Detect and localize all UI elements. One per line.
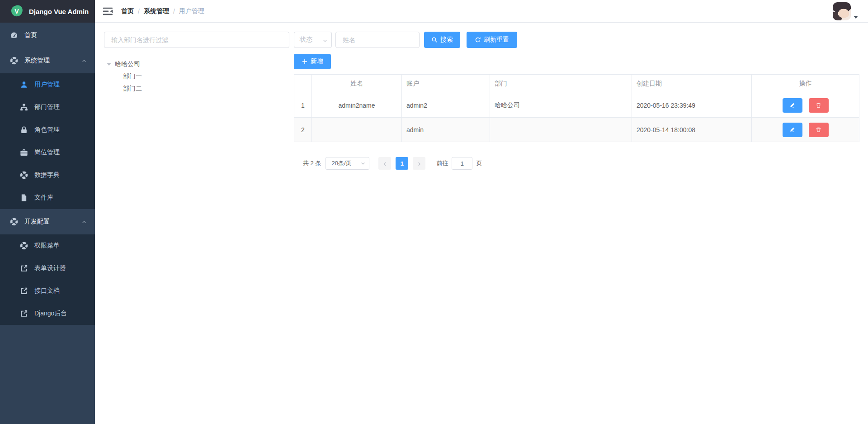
edit-button[interactable] — [783, 123, 802, 137]
department-tree: 哈哈公司 部门一 部门二 — [104, 58, 289, 95]
lock-icon — [20, 126, 28, 134]
goto-page-suffix: 页 — [476, 159, 482, 167]
briefcase-icon — [20, 148, 28, 157]
avatar[interactable] — [833, 2, 851, 20]
users-panel: 状态 搜索 — [294, 32, 859, 170]
chevron-up-icon — [81, 58, 87, 63]
pagination: 共 2 条 20条/页 1 — [303, 157, 859, 170]
sidebar-group-dev[interactable]: 开发配置 — [0, 209, 95, 234]
sidebar-item-label: 权限菜单 — [34, 242, 60, 250]
sidebar-toggle-button[interactable] — [103, 7, 113, 16]
sidebar-item-dictionary[interactable]: 数据字典 — [0, 164, 95, 186]
name-filter-input[interactable] — [335, 32, 420, 48]
sidebar-item-departments[interactable]: 部门管理 — [0, 96, 95, 119]
sidebar-item-label: 表单设计器 — [34, 264, 66, 272]
edit-icon — [789, 127, 795, 133]
chevron-up-icon — [81, 219, 87, 224]
sidebar-submenu-system: 用户管理 部门管理 角色管理 — [0, 73, 95, 209]
tree-node-dept2[interactable]: 部门二 — [104, 82, 289, 95]
sidebar: V Django Vue Admin 首页 系统管理 — [0, 0, 95, 424]
trash-icon — [816, 127, 821, 133]
department-filter-input[interactable] — [104, 32, 289, 48]
delete-button[interactable] — [809, 123, 829, 137]
sidebar-item-label: 首页 — [24, 31, 37, 39]
dashboard-icon — [10, 31, 18, 39]
add-button-label: 新增 — [311, 57, 323, 66]
status-select-value: 状态 — [300, 36, 312, 44]
column-header-name: 姓名 — [312, 75, 402, 93]
table-header-row: 姓名 账户 部门 创建日期 操作 — [294, 75, 859, 93]
org-tree-icon — [20, 103, 28, 111]
prev-page-button[interactable] — [378, 157, 391, 170]
external-link-icon — [20, 264, 28, 272]
chevron-right-icon — [417, 161, 422, 166]
cell-name: admin2name — [312, 93, 402, 118]
plus-icon — [302, 58, 308, 65]
cell-actions — [752, 118, 859, 142]
sidebar-item-django-admin[interactable]: Django后台 — [0, 302, 95, 325]
sidebar-item-users[interactable]: 用户管理 — [0, 73, 95, 96]
status-select[interactable]: 状态 — [294, 32, 332, 48]
chevron-down-icon — [360, 161, 366, 166]
app-title: Django Vue Admin — [29, 8, 89, 15]
component-icon — [10, 218, 18, 226]
users-table: 姓名 账户 部门 创建日期 操作 1 admin2name admin2 哈哈公 — [294, 74, 859, 142]
edit-icon — [789, 102, 795, 108]
cell-index: 1 — [294, 93, 312, 118]
sidebar-item-label: 部门管理 — [34, 103, 60, 111]
column-header-account: 账户 — [402, 75, 490, 93]
breadcrumb-system[interactable]: 系统管理 — [144, 7, 169, 15]
department-tree-panel: 哈哈公司 部门一 部门二 — [104, 32, 289, 95]
sidebar-item-form-designer[interactable]: 表单设计器 — [0, 257, 95, 280]
sidebar-item-roles[interactable]: 角色管理 — [0, 119, 95, 141]
user-icon — [20, 81, 28, 89]
page-size-select[interactable]: 20条/页 — [326, 157, 369, 170]
sidebar-group-system[interactable]: 系统管理 — [0, 48, 95, 73]
component-icon — [20, 242, 28, 250]
tree-node-company[interactable]: 哈哈公司 — [104, 58, 289, 70]
cell-index: 2 — [294, 118, 312, 142]
search-icon — [431, 37, 438, 43]
sidebar-item-label: 用户管理 — [34, 81, 60, 89]
search-button[interactable]: 搜索 — [424, 32, 460, 48]
add-button[interactable]: 新增 — [294, 54, 331, 69]
caret-down-icon — [854, 16, 858, 19]
cell-actions — [752, 93, 859, 118]
breadcrumb-home[interactable]: 首页 — [121, 7, 134, 15]
trash-icon — [816, 102, 821, 108]
sidebar-item-label: 岗位管理 — [34, 148, 60, 157]
app-logo[interactable]: V Django Vue Admin — [0, 0, 95, 23]
delete-button[interactable] — [809, 98, 829, 113]
sidebar-item-home[interactable]: 首页 — [0, 23, 95, 48]
tree-node-dept1[interactable]: 部门一 — [104, 70, 289, 82]
cell-created: 2020-05-14 18:00:08 — [632, 118, 752, 142]
document-icon — [20, 194, 28, 202]
refresh-reset-button[interactable]: 刷新重置 — [467, 32, 517, 48]
sidebar-item-label: 数据字典 — [34, 171, 60, 179]
breadcrumb: 首页 / 系统管理 / 用户管理 — [121, 7, 204, 15]
sidebar-item-api-docs[interactable]: 接口文档 — [0, 280, 95, 302]
app-window: V Django Vue Admin 首页 系统管理 — [0, 0, 868, 424]
next-page-button[interactable] — [413, 157, 425, 170]
breadcrumb-separator: / — [173, 8, 175, 15]
sidebar-item-label: Django后台 — [34, 310, 67, 318]
edit-button[interactable] — [783, 98, 802, 113]
page-number-button[interactable]: 1 — [396, 157, 408, 170]
user-menu[interactable] — [833, 2, 858, 20]
column-header-actions: 操作 — [752, 75, 859, 93]
svg-text:V: V — [14, 8, 19, 15]
cell-name — [312, 118, 402, 142]
sidebar-item-permission-menu[interactable]: 权限菜单 — [0, 234, 95, 257]
cell-dept — [490, 118, 632, 142]
external-link-icon — [20, 287, 28, 295]
sidebar-item-files[interactable]: 文件库 — [0, 186, 95, 209]
caret-down-icon — [107, 63, 111, 66]
component-icon — [20, 171, 28, 179]
goto-page-input[interactable] — [452, 157, 472, 170]
cell-dept: 哈哈公司 — [490, 93, 632, 118]
sidebar-item-posts[interactable]: 岗位管理 — [0, 141, 95, 164]
table-row: 1 admin2name admin2 哈哈公司 2020-05-16 23:3… — [294, 93, 859, 118]
chevron-down-icon — [322, 37, 328, 43]
column-header-created: 创建日期 — [632, 75, 752, 93]
sidebar-group-label: 开发配置 — [24, 218, 50, 226]
